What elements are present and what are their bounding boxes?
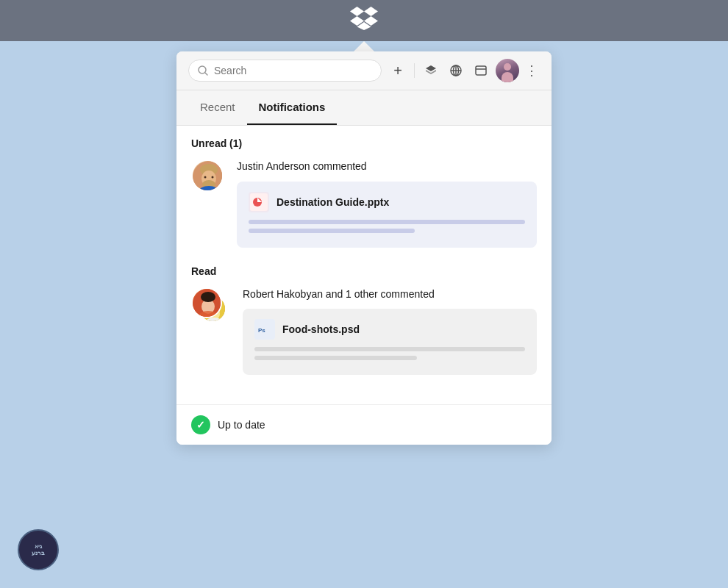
tab-recent[interactable]: Recent (188, 90, 247, 125)
file-line-4 (254, 356, 417, 360)
nav-divider (414, 63, 415, 78)
svg-point-14 (204, 176, 207, 179)
layers-icon[interactable] (421, 60, 441, 81)
pptx-file-name: Destination Guide.pptx (276, 196, 389, 208)
file-card-pptx[interactable]: Destination Guide.pptx (237, 182, 537, 248)
notification-content-justin: Justin Anderson commented Destination Gu… (237, 159, 537, 254)
search-box[interactable] (188, 60, 382, 82)
psd-file-icon: Ps (254, 319, 275, 340)
svg-line-1 (205, 73, 207, 75)
notification-item-read[interactable]: Robert Hakobyan and 1 other commented Ps… (191, 287, 537, 381)
svg-marker-2 (426, 65, 436, 71)
add-button[interactable]: + (388, 60, 408, 81)
file-line-1 (249, 220, 525, 224)
notification-item-unread[interactable]: Justin Anderson commented Destination Gu… (191, 159, 537, 254)
notification-avatars-robert (191, 287, 232, 326)
file-card-header-pptx: Destination Guide.pptx (249, 192, 525, 212)
corner-badge: גיא ברנע (18, 529, 59, 570)
read-section-title: Read (191, 265, 537, 277)
unread-section-title: Unread (1) (191, 137, 537, 149)
notification-content-robert: Robert Hakobyan and 1 other commented Ps… (243, 287, 537, 381)
tabs-bar: Recent Notifications (176, 90, 552, 126)
notification-text-justin: Justin Anderson commented (237, 159, 537, 174)
footer-up-to-date-text: Up to date (218, 419, 265, 431)
navbar: + (176, 51, 552, 90)
notifications-body: Unread (1) (176, 126, 552, 404)
svg-point-15 (212, 176, 214, 179)
notification-text-robert: Robert Hakobyan and 1 other commented (243, 287, 537, 302)
user-avatar[interactable] (496, 59, 519, 82)
more-options-icon[interactable]: ⋮ (524, 62, 540, 79)
pptx-file-icon (249, 192, 269, 212)
top-bar (0, 0, 728, 41)
unread-section: Unread (1) (191, 137, 537, 254)
panel-caret (176, 41, 552, 51)
globe-icon[interactable] (446, 60, 466, 81)
corner-badge-line2: ברנע (32, 550, 45, 556)
svg-text:Ps: Ps (258, 327, 265, 334)
svg-rect-8 (476, 66, 486, 75)
file-line-3 (254, 347, 525, 351)
notification-avatar-justin (191, 159, 226, 195)
notifications-footer: ✓ Up to date (176, 404, 552, 445)
dropbox-logo-icon (350, 7, 378, 35)
file-card-header-psd: Ps Food-shots.psd (254, 319, 525, 340)
window-icon[interactable] (471, 60, 491, 81)
notifications-panel: + (176, 51, 552, 445)
corner-badge-line1: גיא (35, 543, 42, 550)
search-input[interactable] (214, 65, 372, 76)
checkmark-icon: ✓ (196, 419, 205, 431)
psd-file-name: Food-shots.psd (282, 323, 360, 335)
svg-point-26 (201, 292, 215, 302)
navbar-icons: + (388, 59, 540, 82)
search-icon (198, 65, 208, 76)
file-line-2 (249, 229, 415, 233)
read-section: Read (191, 265, 537, 381)
tab-notifications[interactable]: Notifications (247, 90, 338, 125)
file-card-psd[interactable]: Ps Food-shots.psd (243, 309, 537, 375)
check-circle-icon: ✓ (191, 415, 210, 434)
